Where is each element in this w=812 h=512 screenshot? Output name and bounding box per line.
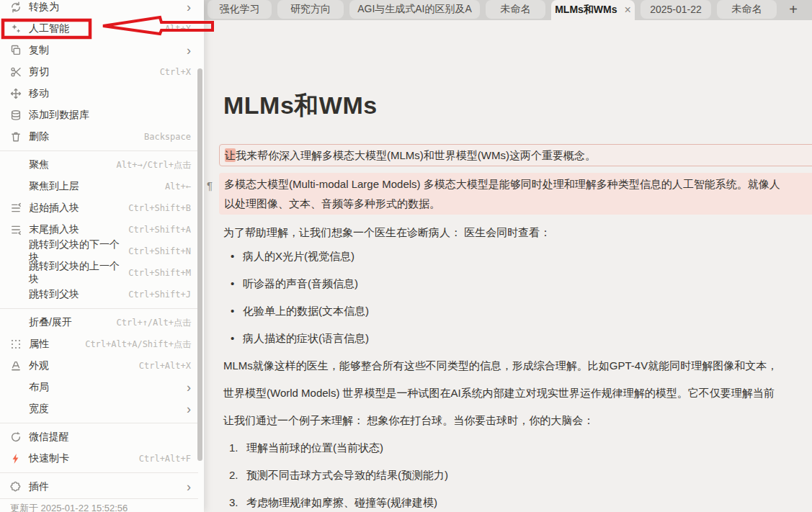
updated-timestamp: 更新于 2025-01-22 15:52:56 <box>0 500 198 512</box>
bullet-icon: • <box>204 304 243 318</box>
menu-separator <box>0 151 198 151</box>
tab-label: AGI与生成式AI的区别及A <box>357 3 472 16</box>
chevron-right-icon: › <box>187 381 191 394</box>
paragraph-block-cursor[interactable]: 让我来帮你深入理解多模态大模型(MLMs)和世界模型(WMs)这两个重要概念。 <box>219 144 812 166</box>
scissors-icon <box>10 66 22 78</box>
tab-bar: 强化学习 研究方向 AGI与生成式AI的区别及A 未命名 MLMs和WMs× 2… <box>204 0 812 20</box>
menu-separator <box>0 423 198 423</box>
menu-item-layout[interactable]: 布局› <box>0 377 198 398</box>
bullet-item[interactable]: •听诊器的声音(音频信息) <box>204 277 812 291</box>
menu-item-convert[interactable]: 转换为› <box>0 0 198 18</box>
numbered-item[interactable]: 1.理解当前球的位置(当前状态) <box>204 441 812 455</box>
bullet-text: 病人的X光片(视觉信息) <box>243 249 354 264</box>
attrs-icon <box>10 338 22 350</box>
paragraph-text: 以处理图像、文本、音频等多种形式的数据。 <box>224 194 810 213</box>
tab-label: 强化学习 <box>220 3 260 16</box>
tab-agi-vs-genai[interactable]: AGI与生成式AI的区别及A <box>349 0 480 19</box>
numbered-text: 考虑物理规律如摩擦、碰撞等(规律建模) <box>246 495 437 510</box>
bullet-item[interactable]: •病人描述的症状(语言信息) <box>204 331 812 346</box>
insert-start-icon <box>10 202 22 214</box>
tab-untitled-2[interactable]: 未命名 <box>717 0 777 19</box>
menu-item-plugins[interactable]: 插件› <box>0 476 198 498</box>
bullet-item[interactable]: •病人的X光片(视觉信息) <box>204 249 812 264</box>
copy-icon <box>10 45 22 56</box>
tab-label: 未命名 <box>501 3 531 16</box>
menu-separator <box>0 472 198 473</box>
convert-icon <box>10 1 22 13</box>
list-number: 3. <box>204 495 246 510</box>
numbered-text: 理解当前球的位置(当前状态) <box>246 441 383 455</box>
menu-item-move[interactable]: 移动 <box>0 83 198 104</box>
menu-item-jump-prev-block[interactable]: 跳转到父块的上一个块Ctrl+Shift+M <box>0 262 198 284</box>
bullet-text: 病人描述的症状(语言信息) <box>243 331 369 346</box>
menu-item-jump-next-block[interactable]: 跳转到父块的下一个块Ctrl+Shift+N <box>0 241 198 262</box>
bullet-icon: • <box>204 277 243 291</box>
menu-item-insert-after[interactable]: 末尾插入块Ctrl+Shift+A <box>0 219 198 241</box>
menu-item-delete[interactable]: 删除Backspace <box>0 126 198 148</box>
menu-scrollbar[interactable] <box>197 68 202 461</box>
chevron-right-icon: › <box>187 1 191 14</box>
tab-reinforcement-learning[interactable]: 强化学习 <box>208 0 272 19</box>
menu-item-add-to-database[interactable]: 添加到数据库 <box>0 104 198 126</box>
selected-paragraph-block[interactable]: 多模态大模型(Multi-modal Large Models) 多模态大模型是… <box>219 173 812 215</box>
menu-item-wechat-reminder[interactable]: 微信提醒 <box>0 426 198 448</box>
block-context-menu: 转换为› 人工智能Alt+X 复制› 剪切Ctrl+X 移动 添加到数据库 删除… <box>0 0 204 512</box>
bullet-text: 听诊器的声音(音频信息) <box>243 277 358 291</box>
menu-item-focus-parent[interactable]: 聚焦到上层Alt+← <box>0 176 198 197</box>
tab-label: 未命名 <box>732 3 762 16</box>
numbered-item[interactable]: 2.预测不同击球方式会导致的结果(预测能力) <box>204 468 812 482</box>
trash-icon <box>10 131 22 143</box>
numbered-item[interactable]: 3.考虑物理规律如摩擦、碰撞等(规律建模) <box>204 495 812 510</box>
close-tab-icon[interactable]: × <box>625 4 631 16</box>
menu-item-jump-parent-block[interactable]: 跳转到父块Ctrl+Shift+J <box>0 284 198 305</box>
plugin-icon <box>10 481 22 493</box>
paragraph-text: 我来帮你深入理解多模态大模型(MLMs)和世界模型(WMs)这两个重要概念。 <box>236 149 596 161</box>
menu-item-appearance[interactable]: 外观Ctrl+Alt+X <box>0 355 198 377</box>
menu-item-quick-card[interactable]: 快速制卡Ctrl+Alt+F <box>0 448 198 470</box>
tab-label: MLMs和WMs <box>555 4 617 17</box>
menu-item-cut[interactable]: 剪切Ctrl+X <box>0 61 198 83</box>
bullet-icon: • <box>204 331 243 346</box>
paragraph[interactable]: 世界模型(World Models) 世界模型是一种试图在AI系统内部建立对现实… <box>223 386 812 400</box>
tab-untitled-1[interactable]: 未命名 <box>486 0 545 19</box>
numbered-text: 预测不同击球方式会导致的结果(预测能力) <box>246 468 448 482</box>
chevron-right-icon: › <box>187 44 191 57</box>
ai-sparkles-icon <box>10 23 22 35</box>
tab-label: 2025-01-22 <box>650 4 702 15</box>
menu-item-fold-unfold[interactable]: 折叠/展开Ctrl+↑/Alt+点击 <box>0 312 198 333</box>
menu-item-copy[interactable]: 复制› <box>0 40 198 61</box>
app-window: 强化学习 研究方向 AGI与生成式AI的区别及A 未命名 MLMs和WMs× 2… <box>0 0 812 512</box>
list-number: 1. <box>204 441 246 455</box>
tab-research-direction[interactable]: 研究方向 <box>277 0 344 19</box>
paragraph-text: 多模态大模型(Multi-modal Large Models) 多模态大模型是… <box>224 174 810 194</box>
chevron-right-icon: › <box>187 403 191 416</box>
insert-end-icon <box>10 224 22 235</box>
wechat-reminder-icon <box>10 431 22 443</box>
page-title[interactable]: MLMs和WMs <box>223 89 378 121</box>
quick-card-icon <box>10 453 22 464</box>
appearance-icon <box>10 360 22 372</box>
list-number: 2. <box>204 468 246 482</box>
highlighted-char: 让 <box>225 148 236 162</box>
new-tab-button[interactable]: + <box>782 0 804 19</box>
menu-item-attributes[interactable]: 属性Ctrl+Alt+A/Shift+点击 <box>0 333 198 355</box>
menu-item-ai[interactable]: 人工智能Alt+X <box>0 18 198 40</box>
editor-area[interactable]: MLMs和WMs 让我来帮你深入理解多模态大模型(MLMs)和世界模型(WMs)… <box>204 20 812 512</box>
menu-separator <box>0 308 198 309</box>
bullet-text: 化验单上的数据(文本信息) <box>243 304 369 318</box>
paragraph[interactable]: MLMs就像这样的医生，能够整合所有这些不同类型的信息，形成综合理解。比如GPT… <box>223 359 812 373</box>
paragraph[interactable]: 让我们通过一个例子来理解： 想象你在打台球。当你要击球时，你的大脑会： <box>223 413 812 428</box>
chevron-right-icon: › <box>187 480 191 493</box>
paragraph[interactable]: 为了帮助理解，让我们想象一个医生在诊断病人： 医生会同时查看： <box>223 225 812 240</box>
menu-list: 转换为› 人工智能Alt+X 复制› 剪切Ctrl+X 移动 添加到数据库 删除… <box>0 0 198 512</box>
tab-2025-01-22[interactable]: 2025-01-22 <box>641 0 711 19</box>
bullet-item[interactable]: •化验单上的数据(文本信息) <box>204 304 812 318</box>
menu-item-focus[interactable]: 聚焦Alt+→/Ctrl+点击 <box>0 154 198 176</box>
menu-item-width[interactable]: 宽度› <box>0 398 198 420</box>
tab-mlms-wms-active[interactable]: MLMs和WMs× <box>551 0 635 20</box>
menu-item-insert-before[interactable]: 起始插入块Ctrl+Shift+B <box>0 197 198 219</box>
bullet-icon: • <box>204 249 243 264</box>
move-icon <box>10 88 22 99</box>
database-icon <box>10 109 22 121</box>
tab-label: 研究方向 <box>290 3 331 16</box>
